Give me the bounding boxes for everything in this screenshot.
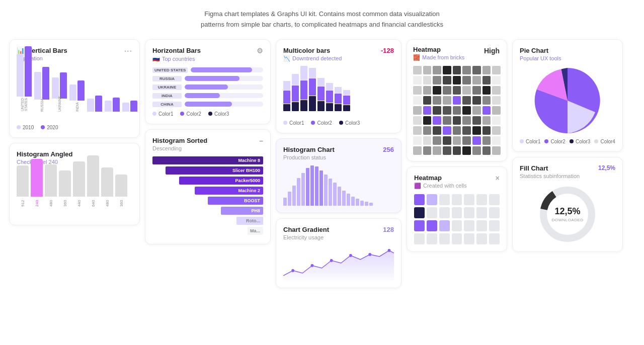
- hm2-cell: [452, 207, 462, 218]
- horizontal-bars-title: Horizontal Bars ⚙: [152, 47, 263, 54]
- vbars-legend: 2010 2020: [17, 125, 132, 130]
- hist-bar: [324, 175, 328, 206]
- sorted-bar: Ma...: [248, 227, 263, 235]
- heatmap-cell-purple: [433, 116, 441, 125]
- hbar-fill: [185, 93, 220, 98]
- vbar: [25, 46, 32, 97]
- pie-chart-subtitle: Popular UX tools: [520, 55, 615, 61]
- collapse-icon[interactable]: –: [259, 137, 263, 145]
- heatmap-cell: [423, 66, 432, 74]
- hist-bar: [310, 165, 314, 206]
- hist-bar: [319, 170, 323, 206]
- hm2-cell: [427, 233, 437, 244]
- heatmap-cell: [453, 116, 461, 125]
- heatmap2-title: Heatmap ×: [414, 174, 500, 182]
- multicolor-bars-card: Multicolor bars -128 📉 Downtrend detecte…: [276, 39, 401, 133]
- hm2-cell: [414, 233, 425, 244]
- heatmap-cell-purple: [453, 96, 461, 105]
- mc-c3: Color3: [339, 120, 360, 126]
- hist-bar: [301, 173, 305, 206]
- hist-bar: [369, 203, 373, 206]
- heatmap-cell: [433, 106, 441, 115]
- angled-label: 480: [49, 198, 53, 207]
- hbar-track: [185, 84, 263, 90]
- vbar-label: RUSSIA: [40, 101, 44, 112]
- angled-bar: [101, 167, 113, 197]
- hm2-cell: [476, 220, 487, 231]
- heatmap-cell: [413, 76, 422, 84]
- heatmap2-card: Heatmap × 🟪 Created with cells: [407, 166, 507, 252]
- pie-c1-dot: [520, 139, 524, 143]
- vbar: [42, 67, 49, 100]
- line-point: [291, 269, 294, 272]
- heatmap-cell: [413, 66, 422, 74]
- heatmap-cell: [433, 86, 441, 95]
- heatmap-cell: [453, 136, 461, 145]
- line-point: [330, 259, 333, 262]
- heatmap-cell: [443, 136, 451, 145]
- hbar-label: UKRAINE: [152, 84, 182, 90]
- heatmap-cell: [462, 96, 471, 105]
- histogram-chart-card: Histogram Chart 256 Production status: [276, 138, 401, 213]
- pie-legend-c4: Color4: [594, 139, 615, 144]
- hm2-cell: [476, 233, 487, 244]
- horizontal-bars-card: Horizontal Bars ⚙ 🇷🇺 Top countries UNITE…: [145, 39, 271, 124]
- heatmap-cell: [413, 106, 422, 115]
- angled-label: 512: [21, 198, 25, 207]
- page-header: Figma chart templates & Graphs UI kit. C…: [0, 0, 644, 35]
- heatmap-cell: [472, 146, 481, 155]
- mc-bar: [283, 91, 290, 104]
- heatmap-cell: [433, 126, 441, 135]
- heatmap2-grid: [414, 194, 500, 244]
- hm2-cell: [427, 194, 437, 205]
- histogram-sorted-title: Histogram Sorted –: [152, 137, 263, 144]
- heatmap-cell: [482, 146, 491, 155]
- close-icon[interactable]: ×: [496, 174, 500, 182]
- mc-c2: Color2: [311, 120, 332, 126]
- heatmap-cell: [472, 96, 481, 105]
- dots-menu[interactable]: ···: [124, 47, 132, 56]
- sorted-row: Roto...: [152, 217, 263, 225]
- hm2-cell: [476, 194, 487, 205]
- heatmap-cell: [443, 86, 451, 95]
- pie-c2-dot: [544, 139, 548, 143]
- mc-bar: [300, 66, 307, 80]
- vbar: [95, 96, 102, 112]
- heatmap-cell: [472, 66, 481, 74]
- hm2-cell: [439, 233, 450, 244]
- hbar-fill: [185, 102, 232, 107]
- angled-label-highlight: 240: [35, 198, 39, 207]
- hm2-cell: [414, 220, 425, 231]
- heatmap-cell: [462, 136, 471, 145]
- heatmap-cell: [423, 116, 432, 125]
- hbar-row-us: UNITED STATES: [152, 67, 263, 73]
- hbar-chart: UNITED STATES RUSSIA UKRAINE: [152, 67, 263, 107]
- hbar-fill: [185, 76, 239, 81]
- color1-dot: [17, 125, 21, 129]
- sorted-row: Packer5000: [152, 177, 263, 185]
- heatmap-cell: [472, 116, 481, 125]
- heatmap-cell: [462, 106, 471, 115]
- mc-bar: [326, 91, 333, 103]
- hbar-label: UNITED STATES: [152, 67, 188, 73]
- mc-bar: [317, 101, 325, 111]
- heatmap-cell: [472, 86, 481, 95]
- header-line2: patterns from simple bar charts, to comp…: [10, 20, 634, 30]
- vbar: [87, 99, 94, 112]
- heatmap-cell: [433, 96, 441, 105]
- heatmap-cell: [492, 116, 501, 125]
- hist-bar: [356, 199, 359, 206]
- settings-icon[interactable]: ⚙: [257, 47, 263, 55]
- heatmap-cell: [453, 86, 461, 95]
- heatmap-cell: [443, 66, 451, 74]
- legend-item-color2: 2020: [41, 125, 58, 130]
- vertical-bars-subtitle: Population: [17, 55, 132, 61]
- pie-c4-dot: [594, 139, 598, 143]
- angled-label: 480: [105, 198, 110, 207]
- hist-bar: [333, 183, 337, 206]
- hist-bar: [338, 187, 341, 206]
- heatmap-cell: [413, 86, 422, 95]
- legend-item-c3: Color3: [208, 111, 229, 117]
- line-point: [368, 253, 371, 256]
- heatmap-cell: [423, 136, 432, 145]
